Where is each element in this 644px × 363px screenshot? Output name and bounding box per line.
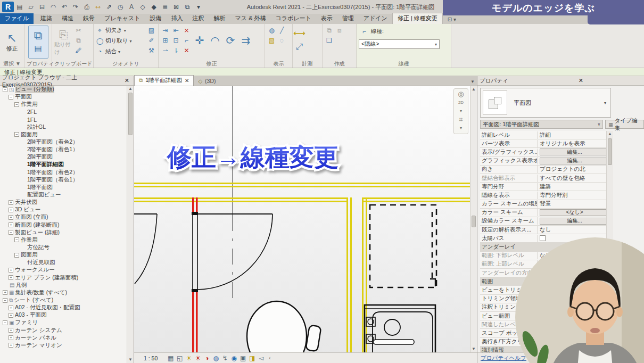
- demolish-icon[interactable]: ▨: [147, 26, 156, 35]
- close-view-icon[interactable]: ✕: [185, 78, 189, 84]
- edit-type-button[interactable]: ▦ タイプ編集: [605, 120, 644, 129]
- tree-item[interactable]: +カーテン パネル: [0, 334, 127, 342]
- tree-expand-icon[interactable]: +: [9, 328, 13, 333]
- tab-管理[interactable]: 管理: [337, 13, 359, 24]
- tree-expand-icon[interactable]: −: [3, 320, 7, 325]
- drawing-canvas[interactable]: 修正→線種変更 ◎ 2D ▾ ⌗ ▾ ▲ ▼: [134, 86, 477, 352]
- array-icon[interactable]: ⇉: [239, 36, 253, 45]
- tree-item[interactable]: −▣ファミリ: [0, 319, 127, 326]
- tree-item[interactable]: −図面用: [0, 251, 127, 259]
- property-value[interactable]: <なし>: [538, 209, 611, 216]
- property-value[interactable]: 建築: [538, 183, 611, 191]
- tree-expand-icon[interactable]: +: [9, 335, 13, 340]
- canvas-vertical-scrollbar[interactable]: ▲ ▼: [470, 86, 477, 352]
- paint-icon[interactable]: ✐: [147, 36, 156, 45]
- tree-expand-icon[interactable]: +: [9, 200, 13, 205]
- trim-corner-icon[interactable]: ⇤: [171, 26, 180, 35]
- property-edit-button[interactable]: 編集...: [540, 218, 609, 225]
- rotate-icon[interactable]: ⟳: [224, 36, 237, 45]
- delete-icon[interactable]: ⨯: [182, 26, 191, 35]
- temporary-hide-icon[interactable]: ◍: [267, 26, 276, 35]
- property-value[interactable]: 専門分野別: [538, 192, 611, 199]
- tree-item[interactable]: −図面用: [0, 131, 127, 138]
- move-icon[interactable]: ✛: [193, 36, 207, 45]
- view-tab-active[interactable]: ⧉ 1階平面詳細図 ✕: [134, 75, 194, 86]
- tree-item[interactable]: 1階平面図（着色2）: [0, 169, 127, 176]
- tree-expand-icon[interactable]: −: [3, 87, 7, 92]
- properties-toggle-button[interactable]: ⧉ ▤: [28, 26, 48, 59]
- detail-level-icon[interactable]: ◱: [175, 354, 184, 362]
- tab-建築[interactable]: 建築: [36, 13, 57, 24]
- property-value[interactable]: 背景: [538, 200, 611, 208]
- tree-expand-icon[interactable]: +: [9, 343, 13, 348]
- ribbon-display-toggle-icon[interactable]: ⊡ ▾: [443, 15, 461, 24]
- pin-icon[interactable]: ⊡: [171, 36, 180, 45]
- tab-modify-linestyle[interactable]: 修正 | 線種変更: [392, 13, 443, 24]
- cut-icon[interactable]: ✂: [74, 26, 83, 35]
- property-value[interactable]: 編集...: [538, 218, 611, 225]
- cut-geometry-button[interactable]: ◯切り取り▾: [96, 36, 145, 46]
- tab-file[interactable]: ファイル: [0, 13, 34, 24]
- property-value[interactable]: なし: [538, 226, 611, 234]
- tree-item[interactable]: 1階平面図（着色1）: [0, 176, 127, 184]
- tree-item[interactable]: 配置図ビュー: [0, 191, 127, 199]
- crop-view-icon[interactable]: ↯: [220, 354, 229, 362]
- trim-extend-single-icon[interactable]: ⇀: [161, 46, 170, 55]
- shadows-icon[interactable]: ◑: [202, 354, 211, 362]
- tree-item[interactable]: 付近見取図: [0, 259, 127, 266]
- tree-expand-icon[interactable]: −: [14, 132, 19, 137]
- tree-expand-icon[interactable]: +: [9, 222, 13, 227]
- zoom-dropdown-icon[interactable]: ▾: [460, 125, 462, 132]
- tree-expand-icon[interactable]: +: [9, 208, 13, 212]
- scale-icon[interactable]: ▦: [166, 354, 175, 362]
- tree-item[interactable]: +立面図 (立面): [0, 213, 127, 221]
- linestyle-select[interactable]: <隠線>▾: [359, 39, 440, 49]
- tree-expand-icon[interactable]: +: [9, 313, 13, 318]
- tree-item[interactable]: −作業用: [0, 101, 127, 108]
- trim-extend-multi-icon[interactable]: ⇂: [171, 46, 180, 55]
- unpin-icon[interactable]: ⌐: [182, 36, 191, 45]
- project-browser-scrollbar[interactable]: ▲ ▼: [127, 86, 134, 363]
- sun-path-icon[interactable]: ☀: [193, 354, 202, 362]
- create-similar-icon[interactable]: ⧈: [335, 26, 344, 35]
- close-icon[interactable]: ✕: [576, 77, 585, 84]
- match-properties-icon[interactable]: 🖉: [74, 46, 83, 55]
- property-edit-button[interactable]: 編集...: [540, 158, 609, 164]
- view-scale[interactable]: 1 : 50: [144, 355, 158, 361]
- tab-マス & 外構[interactable]: マス & 外構: [230, 13, 271, 24]
- tab-アドイン[interactable]: アドイン: [359, 13, 392, 24]
- undo-icon[interactable]: ↶: [59, 2, 70, 12]
- cope-button[interactable]: ⌖切欠き▾: [96, 26, 145, 35]
- tree-item[interactable]: +A03 - 平面図: [0, 311, 127, 319]
- tag-by-category-icon[interactable]: ◷: [115, 2, 126, 12]
- worksharing-display-icon[interactable]: ◅: [257, 354, 266, 362]
- rendering-icon[interactable]: ◍: [211, 354, 220, 362]
- dimension-icon[interactable]: ⤢: [295, 42, 304, 51]
- property-value[interactable]: 編集...: [538, 158, 611, 164]
- tab-構造[interactable]: 構造: [57, 13, 78, 24]
- property-value[interactable]: オリジナルを表示: [538, 140, 611, 147]
- tree-item[interactable]: −◳ビュー (分類順): [0, 86, 127, 93]
- offset-icon[interactable]: ◠: [208, 36, 222, 45]
- linework-icon[interactable]: ╱: [277, 26, 286, 35]
- tree-item[interactable]: +▦集計表/数量 (すべて): [0, 289, 127, 296]
- tab-注釈[interactable]: 注釈: [188, 13, 209, 24]
- tab-コラボレート[interactable]: コラボレート: [271, 13, 316, 24]
- tree-item[interactable]: −作業用: [0, 236, 127, 244]
- save-icon[interactable]: ⊟: [37, 2, 47, 12]
- tree-expand-icon[interactable]: +: [9, 215, 13, 220]
- wall-joins-icon[interactable]: ⚒: [147, 46, 156, 55]
- tree-expand-icon[interactable]: +: [9, 275, 13, 280]
- tree-item[interactable]: −製図ビュー (詳細): [0, 229, 127, 236]
- tree-item[interactable]: 2階平面図: [0, 153, 127, 161]
- reveal-hidden-icon[interactable]: ◌: [277, 36, 286, 45]
- aligned-dimension-icon[interactable]: ⇗: [104, 2, 114, 12]
- measure-icon[interactable]: ⇿: [93, 2, 103, 12]
- split-icon[interactable]: ⊞: [161, 36, 170, 45]
- tree-item[interactable]: +エリア プラン (建築面積): [0, 274, 127, 282]
- tab-プレキャスト[interactable]: プレキャスト: [100, 13, 145, 24]
- print-icon[interactable]: ⎙: [81, 2, 92, 12]
- paste-button[interactable]: ⎘ 貼り付け: [54, 26, 72, 59]
- thin-lines-icon[interactable]: ≣: [160, 2, 170, 12]
- tree-item[interactable]: +天井伏図: [0, 199, 127, 206]
